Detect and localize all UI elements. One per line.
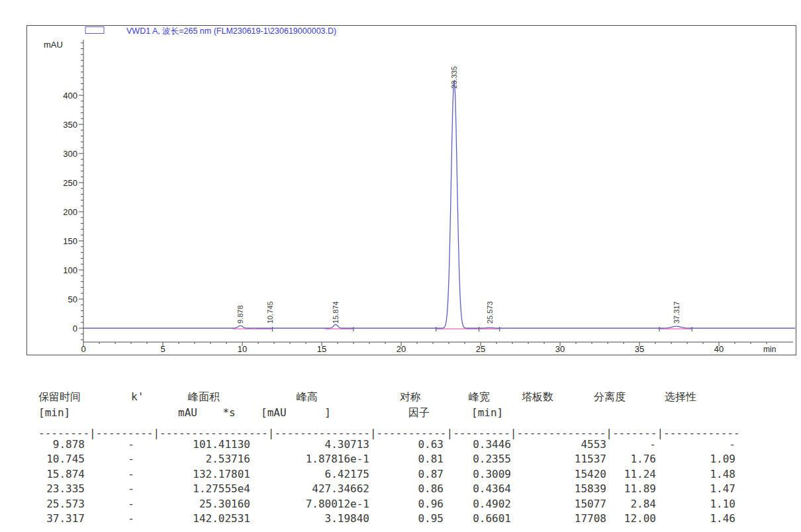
table-cell: 3.19840 [250, 511, 369, 526]
table-cell: 25.573 [38, 497, 85, 511]
table-cell: 6.42175 [250, 467, 369, 482]
table-cell: 132.17801 [177, 467, 250, 482]
table-cell: 1.27555e4 [177, 482, 250, 496]
table-header-unit: mAU *s [178, 406, 236, 420]
table-cell: 11537 [511, 452, 606, 466]
table-header-unit: 因子 [408, 406, 430, 420]
table-cell: 2.53716 [177, 452, 250, 466]
table-cell: - [85, 452, 177, 466]
table-rows: 9.878-101.411304.307130.630.34464553--10… [38, 437, 735, 526]
table-cell: 1.76 [606, 452, 656, 466]
table-cell: - [85, 467, 177, 482]
table-cell: 0.4902 [444, 497, 511, 511]
table-cell: 15.874 [38, 467, 85, 482]
table-cell: 0.87 [369, 467, 444, 482]
table-cell: 23.335 [38, 482, 85, 496]
table-cell: 37.317 [38, 511, 85, 526]
table-cell: 0.4364 [444, 482, 511, 496]
table-cell: 1.09 [656, 452, 735, 466]
table-cell: 17708 [511, 511, 606, 526]
table-header: 保留时间 [38, 390, 81, 404]
table-header: 塔板数 [522, 390, 553, 404]
table-header-unit: [mAU ] [261, 406, 331, 420]
table-header: 对称 [400, 390, 421, 404]
table-header: 峰高 [297, 390, 318, 404]
table-cell: 15839 [511, 482, 606, 496]
table-cell: 0.3009 [444, 467, 511, 482]
table-cell: 9.878 [38, 437, 85, 452]
table-cell: - [656, 437, 735, 452]
table-cell: - [606, 437, 656, 452]
table-cell: 10.745 [38, 452, 85, 466]
table-header: 峰面积 [188, 390, 220, 404]
table-header-unit: [min] [471, 406, 503, 420]
table-cell: 1.48 [656, 467, 735, 482]
table-header: 选择性 [665, 390, 696, 404]
table-cell: 427.34662 [250, 482, 369, 496]
table-cell: 0.81 [369, 452, 444, 466]
table-cell: 11.24 [606, 467, 656, 482]
table-cell: 12.00 [606, 511, 656, 526]
table-cell: 0.63 [369, 437, 444, 452]
table-cell: - [85, 497, 177, 511]
table-cell: 0.6601 [444, 511, 511, 526]
table-cell: 11.89 [606, 482, 656, 496]
table-cell: 7.80012e-1 [250, 497, 369, 511]
table-cell: - [85, 482, 177, 496]
table-header: k' [131, 390, 144, 404]
table-cell: 0.96 [369, 497, 444, 511]
table-cell: 15077 [511, 497, 606, 511]
table-cell: 0.3446 [444, 437, 511, 452]
peak-table: 保留时间k'峰面积峰高对称峰宽塔板数分离度选择性[min]mAU *s[mAU … [0, 0, 801, 532]
table-cell: 15420 [511, 467, 606, 482]
table-header: 峰宽 [469, 390, 490, 404]
table-cell: 1.10 [656, 497, 735, 511]
table-cell: 0.86 [369, 482, 444, 496]
table-cell: 2.84 [606, 497, 656, 511]
table-cell: 1.47 [656, 482, 735, 496]
table-cell: 4553 [511, 437, 606, 452]
table-cell: 0.95 [369, 511, 444, 526]
table-cell: - [85, 437, 177, 452]
table-cell: 25.30160 [177, 497, 250, 511]
table-header: 分离度 [594, 390, 626, 404]
table-cell: 101.41130 [177, 437, 250, 452]
table-cell: - [85, 511, 177, 526]
table-cell: 0.2355 [444, 452, 511, 466]
table-cell: 4.30713 [250, 437, 369, 452]
table-cell: 1.46 [656, 511, 735, 526]
table-cell: 1.87816e-1 [250, 452, 369, 466]
table-header-unit: [min] [38, 406, 70, 420]
table-cell: 142.02531 [177, 511, 250, 526]
